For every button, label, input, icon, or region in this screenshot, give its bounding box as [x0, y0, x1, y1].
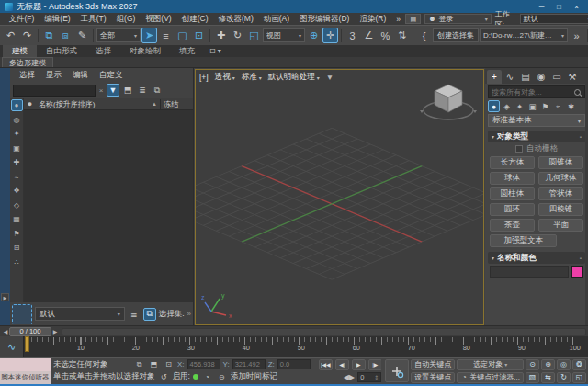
pyramid-button[interactable]: 四棱锥 — [538, 203, 583, 216]
go-to-start-button[interactable]: |◀◀ — [319, 359, 333, 370]
name-color-rollout-header[interactable]: ▾ 名称和颜色 ▪ — [488, 252, 585, 264]
footer-overflow-icon[interactable]: » — [187, 310, 191, 318]
torus-button[interactable]: 圆环 — [490, 203, 535, 216]
tab-create[interactable]: + — [487, 70, 502, 84]
window-crossing-toggle[interactable]: ⊡ — [191, 28, 207, 43]
name-column-header[interactable]: 名称(按升序排序) ▲ — [36, 99, 160, 109]
snaps-toggle[interactable]: 3 — [345, 28, 360, 43]
add-time-tag[interactable]: 添加时间标记 — [231, 371, 277, 382]
viewport-filter-icon[interactable]: ▼ — [326, 73, 334, 82]
use-pivot-point-button[interactable]: ⊕ — [306, 28, 322, 43]
object-name-field[interactable] — [490, 266, 569, 278]
view-cube[interactable] — [419, 74, 478, 125]
ribbon-tab-selection[interactable]: 选择 — [86, 45, 120, 57]
viewport-shading-menu[interactable]: 默认明暗处理▾ — [268, 72, 320, 83]
menu-rendering[interactable]: 渲染(R) — [355, 14, 391, 25]
display-lights-icon[interactable]: ✦ — [11, 128, 23, 140]
lock-explorer-icon[interactable]: ⬒ — [121, 84, 134, 96]
workspace-select[interactable]: 默认 ▾ — [520, 14, 588, 24]
ribbon-display-dropdown[interactable]: ⊡ ▾ — [204, 45, 227, 57]
previous-frame-button[interactable]: ◀ — [2, 328, 9, 335]
select-object-button[interactable]: ➤ — [141, 28, 157, 43]
tab-display[interactable]: ▭ — [549, 70, 564, 84]
orbit-icon[interactable]: ↻ — [557, 372, 571, 383]
dock-expand-button[interactable]: ▶ — [1, 293, 9, 301]
maxscript-mini-listener[interactable]: 脚本迷你侦听器 — [0, 358, 51, 384]
subcategory-dropdown[interactable]: 标准基本体 ▾ — [488, 114, 585, 127]
category-lights-icon[interactable]: ✦ — [514, 100, 526, 112]
project-folder-dropdown[interactable]: D:\Do-rw…27\新建文件夹 ▾ — [480, 28, 568, 42]
adaptive-degradation-icon[interactable]: ↺ — [158, 371, 170, 382]
previous-key-button[interactable]: ◀| — [335, 359, 349, 370]
display-bones-icon[interactable]: ▦ — [11, 213, 23, 225]
spinner-snap-toggle[interactable]: ⇅ — [394, 28, 410, 43]
undo-button[interactable]: ↶ — [3, 28, 18, 43]
cone-button[interactable]: 圆锥体 — [538, 156, 583, 169]
autogrid-checkbox[interactable] — [515, 145, 523, 153]
menu-overflow[interactable]: » — [391, 15, 406, 24]
set-key-button[interactable]: 设置关键点 — [411, 372, 455, 383]
isolate-selection-icon[interactable]: ⧉ — [133, 359, 145, 370]
tube-button[interactable]: 管状体 — [538, 187, 583, 200]
menu-group[interactable]: 组(G) — [111, 14, 141, 25]
reference-coordinate-dropdown[interactable]: 视图 ▾ — [263, 28, 305, 42]
menu-create[interactable]: 创建(C) — [176, 14, 213, 25]
zoom-region-icon[interactable]: ▧ — [526, 372, 539, 383]
select-and-manipulate-button[interactable]: ✛ — [322, 28, 338, 43]
display-shapes-icon[interactable]: ◍ — [11, 114, 23, 126]
geosphere-button[interactable]: 几何球体 — [538, 172, 583, 185]
menu-graph-editors[interactable]: 图形编辑器(D) — [295, 14, 355, 25]
absolute-mode-icon[interactable]: ⊡ — [163, 359, 175, 370]
play-button[interactable]: ▶ — [352, 359, 366, 370]
plane-button[interactable]: 平面 — [538, 219, 583, 232]
stacking-mode-icon[interactable]: ≣ — [128, 308, 141, 321]
ribbon-tab-modeling[interactable]: 建模 — [3, 45, 37, 57]
teapot-button[interactable]: 茶壶 — [490, 219, 535, 232]
selection-filter-dropdown[interactable]: 全部 ▾ — [96, 28, 141, 42]
select-children-icon[interactable]: ⧉ — [151, 84, 164, 96]
explorer-object-list[interactable] — [24, 110, 193, 302]
select-and-rotate-button[interactable]: ↻ — [230, 28, 245, 43]
display-xrefs-icon[interactable]: ◇ — [11, 199, 23, 211]
frozen-column-header[interactable]: 冻结 — [160, 99, 193, 109]
menu-tools[interactable]: 工具(T) — [75, 14, 111, 25]
ribbon-tab-object-paint[interactable]: 对象绘制 — [120, 45, 170, 57]
polygon-modeling-panel[interactable]: 多边形建模 — [2, 57, 53, 67]
current-frame-marker[interactable] — [25, 336, 29, 352]
display-containers-icon[interactable]: ⚑ — [11, 228, 23, 240]
time-slider-handle[interactable]: 0 / 100 — [9, 327, 51, 336]
box-button[interactable]: 长方体 — [490, 156, 535, 169]
display-materials-icon[interactable]: ⊞ — [11, 242, 23, 254]
clear-search-icon[interactable]: × — [97, 86, 105, 95]
pan-icon[interactable]: ⇆ — [541, 372, 555, 383]
category-space-warps-icon[interactable]: ≈ — [552, 100, 564, 112]
category-cameras-icon[interactable]: ▣ — [526, 100, 538, 112]
unlink-selection-icon[interactable]: ⧈ — [58, 28, 74, 43]
cylinder-button[interactable]: 圆柱体 — [490, 187, 535, 200]
tab-hierarchy[interactable]: ▤ — [518, 70, 533, 84]
zoom-extents-all-icon[interactable]: ❂ — [572, 359, 586, 370]
explorer-menu-select[interactable]: 选择 — [14, 70, 40, 81]
object-search-input[interactable] — [489, 88, 574, 96]
explorer-preset-dropdown[interactable]: 默认 ▾ — [35, 307, 125, 321]
viewport-perview-menu[interactable]: 标准▾ — [242, 72, 262, 83]
edit-named-selection-sets-button[interactable]: { — [416, 28, 432, 43]
set-keys-button[interactable] — [385, 359, 409, 382]
key-filters-button[interactable]: ◔ 关键点过滤器... — [457, 372, 524, 383]
category-geometry-icon[interactable]: ● — [488, 100, 500, 112]
sync-selection-icon[interactable]: ⧉ — [143, 308, 156, 321]
category-helpers-icon[interactable]: ⚑ — [539, 100, 551, 112]
key-selection-mode-dropdown[interactable]: 选定对象 ▾ — [457, 359, 524, 370]
explorer-dock-icon[interactable] — [12, 304, 32, 324]
select-and-move-button[interactable]: ✚ — [213, 28, 229, 43]
display-helpers-icon[interactable]: ✚ — [11, 156, 23, 168]
perspective-viewport[interactable]: [+] 透视▾ 标准▾ 默认明暗处理▾ ▼ x y z — [195, 69, 484, 325]
menu-modifiers[interactable]: 修改器(M) — [213, 14, 258, 25]
auto-key-button[interactable]: 自动关键点 — [411, 359, 455, 370]
select-by-name-button[interactable]: ≡ — [158, 28, 174, 43]
zoom-extents-icon[interactable]: ◎ — [557, 359, 571, 370]
named-selection-sets-combo[interactable]: 创建选择集 — [433, 28, 479, 42]
select-and-scale-button[interactable]: ◱ — [246, 28, 262, 43]
tab-motion[interactable]: ◉ — [534, 70, 548, 84]
next-frame-button[interactable]: ▶ — [51, 328, 59, 335]
